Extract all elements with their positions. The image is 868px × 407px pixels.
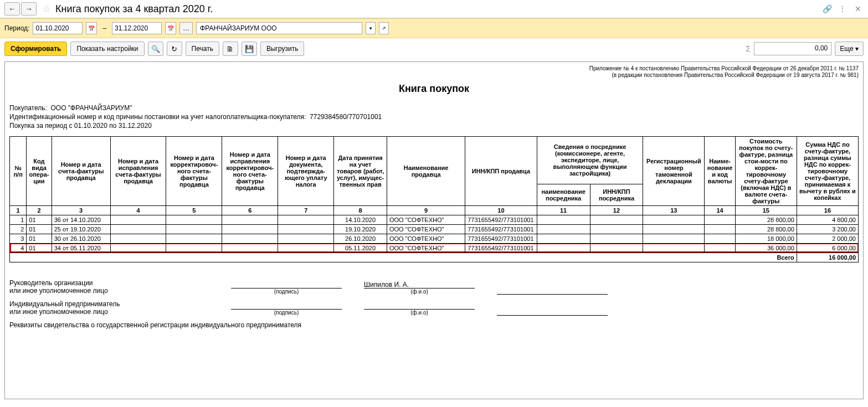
- calendar-from-icon[interactable]: 📅: [86, 22, 97, 34]
- th-colnum: 8: [334, 205, 387, 215]
- action-toolbar: Сформировать Показать настройки 🔍 ↻ Печа…: [0, 38, 868, 59]
- th-11-12: Сведения о посреднике (комиссионере, аге…: [537, 136, 643, 184]
- save-icon[interactable]: 💾: [242, 42, 257, 56]
- th-colnum: 3: [52, 205, 110, 215]
- th-colnum: 1: [10, 205, 27, 215]
- refresh-icon[interactable]: ↻: [167, 42, 182, 56]
- th-colnum: 14: [705, 205, 735, 215]
- sum-display: 0,00: [754, 42, 831, 55]
- th-9: Наименование продавца: [387, 136, 465, 205]
- th-16: Сумма НДС по счету-фактуре, разница сумм…: [797, 136, 858, 205]
- buyer-info: Покупатель: ООО "ФРАНЧАЙЗАРИУМ" Идентифи…: [9, 104, 859, 131]
- th-14: Наиме-нование и код валюты: [705, 136, 735, 205]
- th-6: Номер и дата исправления корректировоч-н…: [222, 136, 278, 205]
- period-dash: –: [102, 24, 106, 32]
- th-colnum: 2: [27, 205, 52, 215]
- table-row[interactable]: 20125 от 19.10.202019.10.2020ООО "СОФТЕХ…: [10, 224, 859, 234]
- th-1: № п/п: [10, 136, 27, 205]
- favorite-icon[interactable]: ☆: [41, 3, 52, 14]
- th-4: Номер и дата исправления счета-фактуры п…: [110, 136, 166, 205]
- th-colnum: 10: [465, 205, 537, 215]
- show-settings-button[interactable]: Показать настройки: [70, 42, 144, 56]
- period-label: Период:: [4, 24, 29, 32]
- report-title: Книга покупок: [9, 83, 859, 95]
- th-colnum: 7: [278, 205, 334, 215]
- th-13: Регистрационный номер таможенной деклара…: [643, 136, 705, 205]
- organization-input[interactable]: [196, 22, 362, 34]
- back-button[interactable]: ←: [4, 2, 20, 16]
- table-row[interactable]: 10136 от 14.10.202014.10.2020ООО "СОФТЕХ…: [10, 215, 859, 224]
- th-colnum: 16: [797, 205, 858, 215]
- th-colnum: 4: [110, 205, 166, 215]
- th-colnum: 13: [643, 205, 705, 215]
- table-row[interactable]: 40134 от 05.11.202005.11.2020ООО "СОФТЕХ…: [10, 243, 859, 253]
- chevron-down-icon: ▾: [855, 45, 859, 53]
- th-colnum: 5: [166, 205, 222, 215]
- report-table: № п/п Код вида опера-ции Номер и дата сч…: [9, 136, 859, 262]
- th-15: Стоимость покупок по счету-фактуре, разн…: [735, 136, 797, 205]
- table-row[interactable]: 30130 от 26.10.202026.10.2020ООО "СОФТЕХ…: [10, 234, 859, 243]
- th-colnum: 15: [735, 205, 797, 215]
- period-select-button[interactable]: …: [179, 22, 193, 34]
- report-area: Приложение № 4 к постановлению Правитель…: [4, 61, 864, 399]
- th-11: наименование посредника: [537, 184, 590, 205]
- th-7: Номер и дата документа, подтвержда-ющего…: [278, 136, 334, 205]
- th-colnum: 12: [590, 205, 643, 215]
- organization-dropdown-icon[interactable]: ▾: [366, 22, 376, 34]
- export-button[interactable]: Выгрузить: [260, 42, 305, 56]
- period-toolbar: Период: 📅 – 📅 … ▾ ↗: [0, 18, 868, 38]
- th-2: Код вида опера-ции: [27, 136, 52, 205]
- form-button[interactable]: Сформировать: [4, 42, 67, 56]
- more-button[interactable]: Еще ▾: [835, 42, 864, 56]
- period-to-input[interactable]: [112, 22, 162, 34]
- forward-button[interactable]: →: [21, 2, 37, 16]
- page-title: Книга покупок за 4 квартал 2020 г.: [55, 3, 821, 15]
- th-colnum: 6: [222, 205, 278, 215]
- preview-icon[interactable]: 🗎: [223, 42, 238, 56]
- print-button[interactable]: Печать: [186, 42, 219, 56]
- th-colnum: 11: [537, 205, 590, 215]
- close-icon[interactable]: ✕: [852, 3, 864, 14]
- search-icon[interactable]: 🔍: [148, 42, 163, 56]
- sigma-icon: Σ: [746, 44, 751, 53]
- kebab-icon[interactable]: ⋮: [837, 3, 848, 14]
- th-8: Дата принятия на учет товаров (работ, ус…: [334, 136, 387, 205]
- titlebar: ← → ☆ Книга покупок за 4 квартал 2020 г.…: [0, 0, 868, 18]
- link-icon[interactable]: 🔗: [821, 3, 833, 14]
- th-colnum: 9: [387, 205, 465, 215]
- signatures: Руководитель организации или иное уполно…: [9, 279, 859, 329]
- legal-text: Приложение № 4 к постановлению Правитель…: [9, 65, 859, 79]
- organization-open-icon[interactable]: ↗: [379, 22, 389, 34]
- period-from-input[interactable]: [33, 22, 83, 34]
- th-10: ИНН/КПП продавца: [465, 136, 537, 205]
- th-5: Номер и дата корректировоч-ного счета-фа…: [166, 136, 222, 205]
- th-12: ИНН/КПП посредника: [590, 184, 643, 205]
- total-row: Всего16 000,00: [10, 253, 859, 262]
- th-3: Номер и дата счета-фактуры продавца: [52, 136, 110, 205]
- calendar-to-icon[interactable]: 📅: [165, 22, 176, 34]
